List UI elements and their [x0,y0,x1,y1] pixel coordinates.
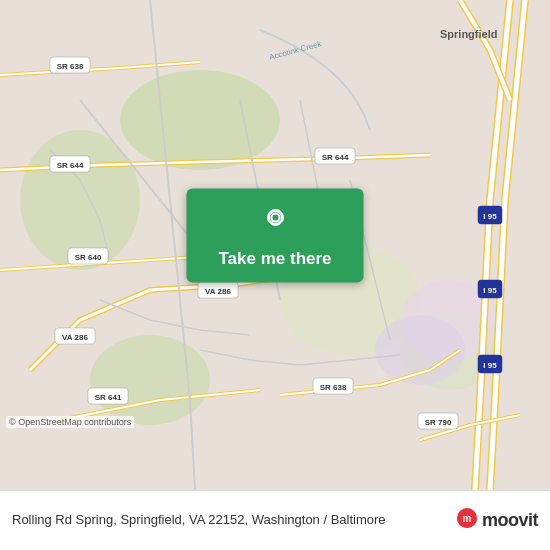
svg-text:SR 641: SR 641 [95,393,122,402]
svg-text:I 95: I 95 [483,361,497,370]
svg-text:I 95: I 95 [483,212,497,221]
moovit-pin-icon: m [456,507,478,535]
address-text: Rolling Rd Spring, Springfield, VA 22152… [12,511,456,529]
take-me-there-container: Take me there [186,189,363,283]
svg-text:SR 638: SR 638 [57,62,84,71]
svg-text:SR 644: SR 644 [57,161,84,170]
svg-text:SR 644: SR 644 [322,153,349,162]
svg-text:Springfield: Springfield [440,28,497,40]
svg-text:SR 640: SR 640 [75,253,102,262]
moovit-logo: m moovit [456,507,538,535]
svg-text:SR 638: SR 638 [320,383,347,392]
svg-text:VA 286: VA 286 [205,287,231,296]
take-me-there-label: Take me there [218,249,331,269]
bottom-bar: Rolling Rd Spring, Springfield, VA 22152… [0,490,550,550]
svg-point-1 [120,70,280,170]
map-container: Accotink Creek [0,0,550,490]
moovit-logo-text: moovit [482,510,538,531]
svg-text:VA 286: VA 286 [62,333,88,342]
svg-text:m: m [463,513,472,524]
svg-text:SR 790: SR 790 [425,418,452,427]
osm-attribution: © OpenStreetMap contributors [6,416,134,428]
svg-text:I 95: I 95 [483,286,497,295]
location-pin-icon [259,203,291,241]
take-me-there-button[interactable]: Take me there [186,189,363,283]
svg-point-37 [272,215,278,221]
